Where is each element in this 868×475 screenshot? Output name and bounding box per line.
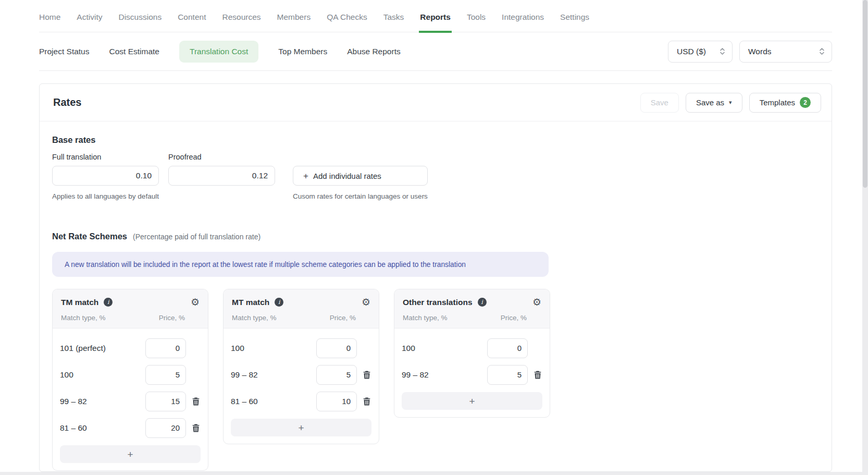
other-translations-card-body: 100 99 – 82	[394, 328, 550, 417]
price-input[interactable]	[316, 338, 357, 358]
nav-item-content[interactable]: Content	[178, 13, 206, 32]
full-translation-label: Full translation	[52, 153, 159, 161]
other-translations-column-headers: Match type, % Price, %	[403, 307, 541, 328]
tab-translation-cost[interactable]: Translation Cost	[179, 41, 258, 63]
select-arrows-icon	[720, 47, 725, 55]
page: Home Activity Discussions Content Resour…	[0, 0, 868, 475]
nav-item-reports[interactable]: Reports	[420, 13, 451, 32]
nav-item-members[interactable]: Members	[277, 13, 311, 32]
report-unit-select-value: Words	[748, 47, 772, 56]
report-unit-select[interactable]: Words	[739, 41, 832, 63]
rates-actions: Save Save as ▾ Templates 2	[640, 93, 821, 113]
price-input[interactable]	[145, 418, 186, 438]
base-rates-fields: Full translation Applies to all language…	[52, 153, 819, 200]
save-as-button[interactable]: Save as ▾	[686, 93, 742, 113]
vertical-scrollbar[interactable]	[862, 0, 868, 475]
nav-item-tools[interactable]: Tools	[467, 13, 486, 32]
currency-select[interactable]: USD ($)	[668, 41, 733, 63]
gear-icon[interactable]: ⚙	[532, 297, 541, 307]
templates-button[interactable]: Templates 2	[749, 93, 821, 113]
trash-icon	[192, 424, 200, 432]
full-translation-field-group: Full translation Applies to all language…	[52, 153, 159, 200]
delete-row-button[interactable]	[362, 370, 371, 380]
other-translations-title: Other translations	[403, 298, 473, 307]
trash-icon	[534, 371, 541, 379]
rates-panel-body: Base rates Full translation Applies to a…	[40, 121, 832, 475]
match-range-label: 99 – 82	[60, 397, 145, 406]
price-input[interactable]	[316, 392, 357, 411]
nav-item-discussions[interactable]: Discussions	[118, 13, 162, 32]
base-rates-title: Base rates	[52, 135, 819, 145]
nav-item-settings[interactable]: Settings	[560, 13, 589, 32]
tm-match-card: TM match i ⚙ Match type, % Price, %	[52, 289, 208, 471]
match-type-column-header: Match type, %	[232, 314, 315, 322]
gear-icon[interactable]: ⚙	[362, 297, 370, 307]
table-row: 100	[60, 361, 201, 388]
nav-item-integrations[interactable]: Integrations	[502, 13, 544, 32]
add-range-button[interactable]: +	[60, 445, 201, 463]
delete-row-button[interactable]	[191, 423, 201, 433]
nav-item-activity[interactable]: Activity	[77, 13, 102, 32]
match-range-label: 81 – 60	[60, 423, 145, 433]
full-translation-input[interactable]	[52, 166, 159, 186]
caret-down-icon: ▾	[729, 100, 732, 105]
add-range-button[interactable]: +	[231, 419, 371, 436]
tab-top-members[interactable]: Top Members	[278, 47, 327, 56]
gear-icon[interactable]: ⚙	[191, 297, 200, 307]
tab-abuse-reports[interactable]: Abuse Reports	[347, 47, 401, 56]
other-translations-card-header: Other translations i ⚙ Match type, % Pri…	[394, 289, 550, 328]
price-column-header: Price, %	[144, 314, 185, 322]
match-type-column-header: Match type, %	[61, 314, 144, 322]
tm-match-column-headers: Match type, % Price, %	[61, 307, 200, 328]
save-button-label: Save	[651, 98, 668, 107]
delete-row-button[interactable]	[533, 370, 542, 380]
nav-item-home[interactable]: Home	[39, 13, 60, 32]
add-range-button[interactable]: +	[402, 392, 542, 410]
table-row: 99 – 82	[60, 388, 201, 415]
tm-match-card-body: 101 (perfect) 100 99	[53, 328, 208, 470]
match-type-column-header: Match type, %	[403, 314, 486, 322]
price-input[interactable]	[145, 365, 186, 385]
tm-match-card-header: TM match i ⚙ Match type, % Price, %	[53, 289, 208, 328]
page-title: Rates	[53, 96, 81, 108]
match-range-label: 100	[402, 344, 487, 353]
net-rate-schemes-subtitle: (Percentage paid of full translation rat…	[133, 233, 261, 241]
tm-match-title: TM match	[61, 298, 98, 307]
tab-project-status[interactable]: Project Status	[39, 47, 90, 56]
trash-icon	[192, 397, 200, 406]
price-input[interactable]	[145, 392, 186, 411]
price-input[interactable]	[487, 365, 528, 385]
price-column-header: Price, %	[486, 314, 527, 322]
delete-row-button[interactable]	[191, 396, 201, 407]
proofread-input[interactable]	[168, 166, 275, 186]
table-row: 99 – 82	[402, 361, 542, 388]
price-input[interactable]	[316, 365, 357, 385]
report-filters: USD ($) Words	[668, 41, 832, 63]
select-arrows-icon	[819, 47, 825, 55]
price-column-header: Price, %	[315, 314, 356, 322]
lowest-rate-info-banner-text: A new translation will be included in th…	[65, 261, 466, 269]
delete-row-button[interactable]	[362, 396, 371, 407]
nav-item-resources[interactable]: Resources	[222, 13, 261, 32]
vertical-scrollbar-thumb[interactable]	[863, 0, 867, 188]
mt-match-title: MT match	[232, 298, 269, 307]
bottom-edge-strip	[0, 472, 868, 475]
tab-cost-estimate[interactable]: Cost Estimate	[109, 47, 159, 56]
add-individual-rates-button[interactable]: + Add individual rates	[293, 166, 428, 186]
rates-panel-header: Rates Save Save as ▾ Templates 2	[40, 84, 832, 121]
top-navigation: Home Activity Discussions Content Resour…	[39, 0, 832, 32]
match-range-label: 99 – 82	[231, 370, 316, 380]
proofread-label: Proofread	[168, 153, 275, 161]
add-individual-rates-helper: Cusom rates for certain languages or use…	[293, 192, 428, 200]
nav-item-tasks[interactable]: Tasks	[383, 13, 404, 32]
price-input[interactable]	[487, 338, 528, 358]
info-icon[interactable]: i	[104, 298, 113, 307]
price-input[interactable]	[145, 338, 186, 358]
table-row: 100	[231, 335, 371, 361]
info-icon[interactable]: i	[275, 298, 283, 307]
info-icon[interactable]: i	[478, 298, 487, 307]
currency-select-value: USD ($)	[677, 47, 706, 56]
nav-item-qa-checks[interactable]: QA Checks	[327, 13, 367, 32]
match-range-label: 100	[231, 344, 316, 353]
save-button[interactable]: Save	[640, 93, 679, 113]
